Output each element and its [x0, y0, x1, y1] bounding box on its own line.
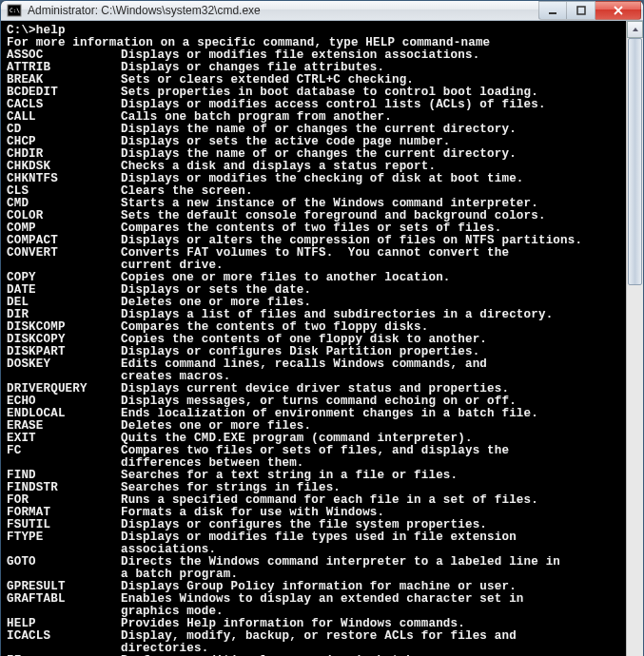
window-controls	[538, 1, 641, 20]
command-name: DOSKEY	[7, 358, 121, 371]
command-name: CALL	[7, 111, 121, 124]
command-row: ICACLSDisplay, modify, backup, or restor…	[7, 630, 622, 643]
command-row: DOSKEYEdits command lines, recalls Windo…	[7, 358, 622, 371]
svg-rect-3	[577, 7, 585, 14]
command-name: GOTO	[7, 556, 121, 569]
command-name: CONVERT	[7, 247, 121, 260]
svg-text:C:\: C:\	[10, 7, 20, 13]
command-row: COPYCopies one or more files to another …	[7, 272, 622, 284]
close-button[interactable]	[595, 1, 641, 20]
command-name: GRAFTABL	[7, 593, 121, 606]
command-row: CHKNTFSDisplays or modifies the checking…	[7, 173, 622, 185]
maximize-button[interactable]	[567, 1, 595, 20]
command-row: GOTODirects the Windows command interpre…	[7, 556, 622, 569]
vertical-scrollbar[interactable]	[626, 21, 643, 656]
command-name: FC	[7, 445, 121, 457]
command-row: DATEDisplays or sets the date.	[7, 284, 622, 297]
scroll-up-button[interactable]	[627, 21, 643, 38]
command-name: ICACLS	[7, 630, 121, 643]
cmd-icon: C:\	[7, 3, 22, 18]
command-row: ENDLOCALEnds localization of environment…	[7, 408, 622, 420]
svg-rect-2	[549, 12, 556, 14]
command-name: EXIT	[7, 433, 121, 445]
window-title: Administrator: C:\Windows\system32\cmd.e…	[28, 4, 538, 17]
scroll-track[interactable]	[627, 38, 643, 656]
minimize-button[interactable]	[538, 1, 567, 20]
command-name: FTYPE	[7, 531, 121, 544]
command-row: FCCompares two files or sets of files, a…	[7, 445, 622, 457]
scroll-thumb[interactable]	[628, 38, 642, 285]
titlebar[interactable]: C:\ Administrator: C:\Windows\system32\c…	[1, 1, 643, 21]
command-row: GRAFTABLEnables Windows to display an ex…	[7, 593, 622, 606]
command-row: CONVERTConverts FAT volumes to NTFS. You…	[7, 247, 622, 260]
command-row: FTYPEDisplays or modifies file types use…	[7, 531, 622, 544]
cmd-window: C:\ Administrator: C:\Windows\system32\c…	[0, 0, 644, 656]
terminal-output[interactable]: C:\>helpFor more information on a specif…	[1, 21, 626, 656]
content-area: C:\>helpFor more information on a specif…	[1, 21, 643, 656]
